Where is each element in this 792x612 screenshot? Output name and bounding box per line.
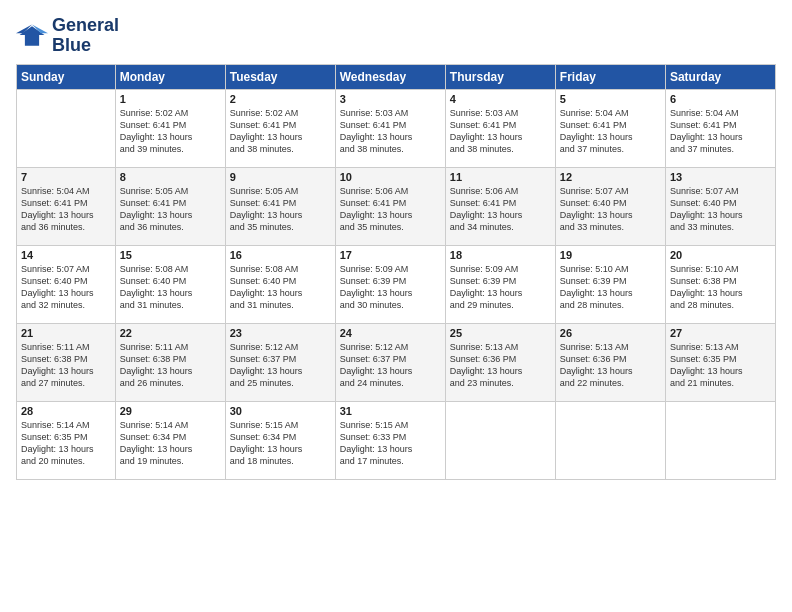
- calendar-cell: 21Sunrise: 5:11 AMSunset: 6:38 PMDayligh…: [17, 323, 116, 401]
- calendar-cell: [17, 89, 116, 167]
- day-info: Sunrise: 5:04 AMSunset: 6:41 PMDaylight:…: [21, 185, 111, 234]
- day-number: 14: [21, 249, 111, 261]
- calendar-cell: 20Sunrise: 5:10 AMSunset: 6:38 PMDayligh…: [665, 245, 775, 323]
- day-info: Sunrise: 5:14 AMSunset: 6:34 PMDaylight:…: [120, 419, 221, 468]
- svg-marker-0: [20, 26, 45, 46]
- calendar-cell: 27Sunrise: 5:13 AMSunset: 6:35 PMDayligh…: [665, 323, 775, 401]
- day-info: Sunrise: 5:02 AMSunset: 6:41 PMDaylight:…: [120, 107, 221, 156]
- calendar-week-row: 21Sunrise: 5:11 AMSunset: 6:38 PMDayligh…: [17, 323, 776, 401]
- day-number: 6: [670, 93, 771, 105]
- calendar-cell: 19Sunrise: 5:10 AMSunset: 6:39 PMDayligh…: [555, 245, 665, 323]
- calendar-cell: 8Sunrise: 5:05 AMSunset: 6:41 PMDaylight…: [115, 167, 225, 245]
- day-info: Sunrise: 5:09 AMSunset: 6:39 PMDaylight:…: [450, 263, 551, 312]
- day-info: Sunrise: 5:15 AMSunset: 6:34 PMDaylight:…: [230, 419, 331, 468]
- weekday-header-monday: Monday: [115, 64, 225, 89]
- day-number: 19: [560, 249, 661, 261]
- day-number: 2: [230, 93, 331, 105]
- day-number: 8: [120, 171, 221, 183]
- day-info: Sunrise: 5:09 AMSunset: 6:39 PMDaylight:…: [340, 263, 441, 312]
- day-info: Sunrise: 5:10 AMSunset: 6:38 PMDaylight:…: [670, 263, 771, 312]
- day-info: Sunrise: 5:08 AMSunset: 6:40 PMDaylight:…: [230, 263, 331, 312]
- day-number: 21: [21, 327, 111, 339]
- day-info: Sunrise: 5:04 AMSunset: 6:41 PMDaylight:…: [560, 107, 661, 156]
- calendar-cell: 25Sunrise: 5:13 AMSunset: 6:36 PMDayligh…: [445, 323, 555, 401]
- weekday-header-saturday: Saturday: [665, 64, 775, 89]
- day-number: 7: [21, 171, 111, 183]
- calendar-cell: 26Sunrise: 5:13 AMSunset: 6:36 PMDayligh…: [555, 323, 665, 401]
- logo-icon: [16, 22, 48, 50]
- day-info: Sunrise: 5:11 AMSunset: 6:38 PMDaylight:…: [21, 341, 111, 390]
- calendar-cell: 14Sunrise: 5:07 AMSunset: 6:40 PMDayligh…: [17, 245, 116, 323]
- calendar-cell: 4Sunrise: 5:03 AMSunset: 6:41 PMDaylight…: [445, 89, 555, 167]
- calendar-cell: 24Sunrise: 5:12 AMSunset: 6:37 PMDayligh…: [335, 323, 445, 401]
- day-number: 13: [670, 171, 771, 183]
- day-number: 17: [340, 249, 441, 261]
- day-info: Sunrise: 5:05 AMSunset: 6:41 PMDaylight:…: [120, 185, 221, 234]
- day-number: 4: [450, 93, 551, 105]
- calendar-cell: 2Sunrise: 5:02 AMSunset: 6:41 PMDaylight…: [225, 89, 335, 167]
- calendar-cell: [665, 401, 775, 479]
- day-info: Sunrise: 5:03 AMSunset: 6:41 PMDaylight:…: [450, 107, 551, 156]
- calendar-cell: 15Sunrise: 5:08 AMSunset: 6:40 PMDayligh…: [115, 245, 225, 323]
- day-number: 11: [450, 171, 551, 183]
- weekday-header-tuesday: Tuesday: [225, 64, 335, 89]
- calendar-cell: [445, 401, 555, 479]
- day-number: 27: [670, 327, 771, 339]
- day-info: Sunrise: 5:07 AMSunset: 6:40 PMDaylight:…: [21, 263, 111, 312]
- day-number: 12: [560, 171, 661, 183]
- day-number: 9: [230, 171, 331, 183]
- day-number: 10: [340, 171, 441, 183]
- calendar-cell: 5Sunrise: 5:04 AMSunset: 6:41 PMDaylight…: [555, 89, 665, 167]
- day-number: 15: [120, 249, 221, 261]
- calendar-cell: 6Sunrise: 5:04 AMSunset: 6:41 PMDaylight…: [665, 89, 775, 167]
- day-info: Sunrise: 5:02 AMSunset: 6:41 PMDaylight:…: [230, 107, 331, 156]
- day-number: 30: [230, 405, 331, 417]
- calendar-week-row: 14Sunrise: 5:07 AMSunset: 6:40 PMDayligh…: [17, 245, 776, 323]
- weekday-header-wednesday: Wednesday: [335, 64, 445, 89]
- day-number: 20: [670, 249, 771, 261]
- day-info: Sunrise: 5:12 AMSunset: 6:37 PMDaylight:…: [340, 341, 441, 390]
- calendar-cell: 9Sunrise: 5:05 AMSunset: 6:41 PMDaylight…: [225, 167, 335, 245]
- calendar-cell: 18Sunrise: 5:09 AMSunset: 6:39 PMDayligh…: [445, 245, 555, 323]
- calendar-cell: 17Sunrise: 5:09 AMSunset: 6:39 PMDayligh…: [335, 245, 445, 323]
- calendar-cell: 12Sunrise: 5:07 AMSunset: 6:40 PMDayligh…: [555, 167, 665, 245]
- day-info: Sunrise: 5:06 AMSunset: 6:41 PMDaylight:…: [450, 185, 551, 234]
- calendar-week-row: 1Sunrise: 5:02 AMSunset: 6:41 PMDaylight…: [17, 89, 776, 167]
- day-info: Sunrise: 5:13 AMSunset: 6:36 PMDaylight:…: [560, 341, 661, 390]
- calendar-cell: 16Sunrise: 5:08 AMSunset: 6:40 PMDayligh…: [225, 245, 335, 323]
- calendar-cell: 1Sunrise: 5:02 AMSunset: 6:41 PMDaylight…: [115, 89, 225, 167]
- day-info: Sunrise: 5:15 AMSunset: 6:33 PMDaylight:…: [340, 419, 441, 468]
- day-info: Sunrise: 5:05 AMSunset: 6:41 PMDaylight:…: [230, 185, 331, 234]
- day-number: 18: [450, 249, 551, 261]
- day-info: Sunrise: 5:08 AMSunset: 6:40 PMDaylight:…: [120, 263, 221, 312]
- logo-text: General Blue: [52, 16, 119, 56]
- day-info: Sunrise: 5:11 AMSunset: 6:38 PMDaylight:…: [120, 341, 221, 390]
- day-number: 25: [450, 327, 551, 339]
- day-number: 28: [21, 405, 111, 417]
- day-info: Sunrise: 5:13 AMSunset: 6:35 PMDaylight:…: [670, 341, 771, 390]
- calendar-cell: 7Sunrise: 5:04 AMSunset: 6:41 PMDaylight…: [17, 167, 116, 245]
- calendar-cell: 29Sunrise: 5:14 AMSunset: 6:34 PMDayligh…: [115, 401, 225, 479]
- day-number: 29: [120, 405, 221, 417]
- calendar-cell: 31Sunrise: 5:15 AMSunset: 6:33 PMDayligh…: [335, 401, 445, 479]
- calendar-cell: 30Sunrise: 5:15 AMSunset: 6:34 PMDayligh…: [225, 401, 335, 479]
- day-number: 26: [560, 327, 661, 339]
- calendar-week-row: 7Sunrise: 5:04 AMSunset: 6:41 PMDaylight…: [17, 167, 776, 245]
- day-number: 3: [340, 93, 441, 105]
- logo: General Blue: [16, 16, 119, 56]
- calendar-cell: 11Sunrise: 5:06 AMSunset: 6:41 PMDayligh…: [445, 167, 555, 245]
- day-info: Sunrise: 5:07 AMSunset: 6:40 PMDaylight:…: [560, 185, 661, 234]
- calendar-cell: [555, 401, 665, 479]
- day-info: Sunrise: 5:13 AMSunset: 6:36 PMDaylight:…: [450, 341, 551, 390]
- page-container: General Blue SundayMondayTuesdayWednesda…: [0, 0, 792, 488]
- calendar-table: SundayMondayTuesdayWednesdayThursdayFrid…: [16, 64, 776, 480]
- calendar-cell: 13Sunrise: 5:07 AMSunset: 6:40 PMDayligh…: [665, 167, 775, 245]
- day-number: 5: [560, 93, 661, 105]
- day-info: Sunrise: 5:06 AMSunset: 6:41 PMDaylight:…: [340, 185, 441, 234]
- day-info: Sunrise: 5:14 AMSunset: 6:35 PMDaylight:…: [21, 419, 111, 468]
- day-info: Sunrise: 5:03 AMSunset: 6:41 PMDaylight:…: [340, 107, 441, 156]
- day-info: Sunrise: 5:12 AMSunset: 6:37 PMDaylight:…: [230, 341, 331, 390]
- header: General Blue: [16, 16, 776, 56]
- weekday-header-sunday: Sunday: [17, 64, 116, 89]
- calendar-cell: 22Sunrise: 5:11 AMSunset: 6:38 PMDayligh…: [115, 323, 225, 401]
